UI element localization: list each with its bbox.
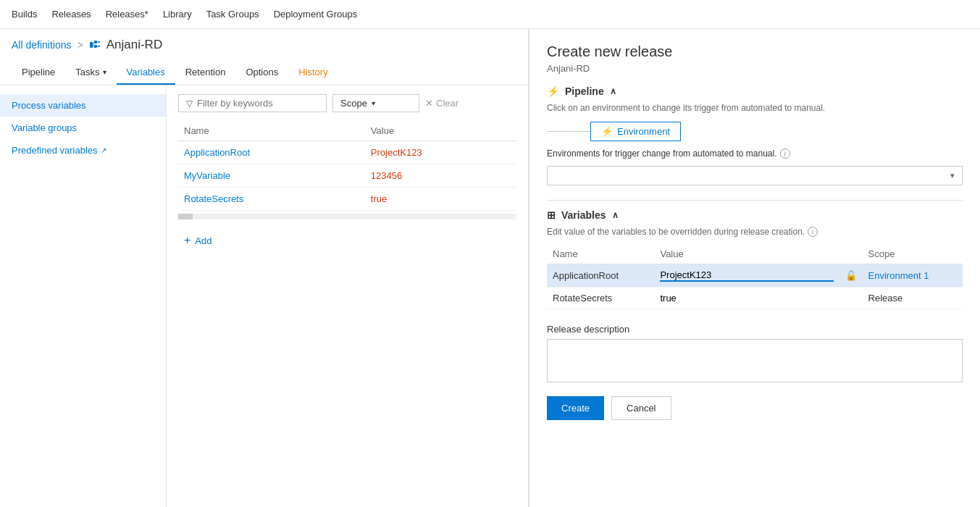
clear-button[interactable]: ✕ Clear bbox=[425, 98, 458, 109]
tab-pipeline[interactable]: Pipeline bbox=[12, 61, 65, 85]
table-row: RotateSecrets true bbox=[178, 188, 516, 211]
predefined-variables-link[interactable]: Predefined variables ↗ bbox=[0, 139, 166, 162]
trigger-dropdown[interactable]: ▾ bbox=[547, 166, 963, 185]
action-buttons: Create Cancel bbox=[547, 396, 963, 420]
nav-library[interactable]: Library bbox=[163, 9, 192, 20]
sidebar-item-variable-groups[interactable]: Variable groups bbox=[0, 117, 166, 139]
variables-info-icon: i bbox=[808, 227, 818, 237]
svg-line-4 bbox=[93, 45, 94, 46]
var-value-2[interactable]: true bbox=[365, 188, 516, 211]
var-name-0[interactable]: ApplicationRoot bbox=[178, 141, 365, 164]
svg-line-3 bbox=[93, 42, 94, 45]
table-row: ApplicationRoot ProjectK123 bbox=[178, 141, 516, 164]
filter-bar: ▽ Scope ▾ ✕ Clear bbox=[178, 94, 516, 112]
rel-var-value-input-0[interactable] bbox=[660, 269, 833, 282]
tab-variables[interactable]: Variables bbox=[117, 61, 175, 85]
filter-input[interactable] bbox=[197, 98, 319, 109]
svg-rect-2 bbox=[94, 45, 97, 48]
release-variables-table: Name Value Scope ApplicationRoot 🔓 Envir… bbox=[547, 244, 963, 309]
trigger-label: Environments for trigger change from aut… bbox=[547, 148, 963, 159]
variables-content: ▽ Scope ▾ ✕ Clear bbox=[167, 85, 528, 507]
nav-releases[interactable]: Releases bbox=[51, 9, 91, 20]
nav-task-groups[interactable]: Task Groups bbox=[206, 9, 259, 20]
variables-icon: ⊞ bbox=[547, 209, 556, 221]
variables-collapse-icon: ∧ bbox=[612, 210, 619, 220]
panel-title: Create new release bbox=[547, 43, 963, 60]
tab-tasks[interactable]: Tasks ▾ bbox=[65, 61, 116, 85]
release-description-section: Release description bbox=[547, 324, 963, 385]
release-description-input[interactable] bbox=[547, 339, 963, 382]
filter-icon: ▽ bbox=[186, 99, 193, 109]
var-value-1[interactable]: 123456 bbox=[365, 164, 516, 188]
horizontal-scrollbar[interactable] bbox=[178, 214, 516, 219]
nav-releases-star[interactable]: Releases* bbox=[106, 9, 148, 20]
release-icon bbox=[89, 39, 101, 51]
scope-chevron-icon: ▾ bbox=[372, 99, 375, 107]
svg-rect-5 bbox=[99, 41, 100, 43]
right-panel: Create new release Anjani-RD ⚡ Pipeline … bbox=[529, 29, 980, 507]
variables-section: ⊞ Variables ∧ Edit value of the variable… bbox=[547, 209, 963, 309]
svg-rect-1 bbox=[94, 41, 97, 43]
pipeline-line bbox=[547, 131, 590, 132]
variables-description: Edit value of the variables to be overri… bbox=[547, 227, 963, 237]
release-definition-icon bbox=[89, 39, 101, 51]
rel-var-row-0: ApplicationRoot 🔓 Environment 1 bbox=[547, 264, 963, 288]
page-title: Anjani-RD bbox=[106, 38, 162, 52]
rel-var-value-input-1[interactable] bbox=[660, 293, 833, 303]
trigger-chevron-icon: ▾ bbox=[950, 171, 955, 180]
sidebar-item-process-variables[interactable]: Process variables bbox=[0, 94, 166, 117]
sub-tabs: Pipeline Tasks ▾ Variables Retention Opt… bbox=[0, 61, 528, 85]
rel-var-lock-0[interactable]: 🔓 bbox=[839, 264, 863, 288]
cancel-button[interactable]: Cancel bbox=[611, 396, 671, 420]
col-value-header: Value bbox=[365, 121, 516, 141]
pipeline-env-row: ⚡ Environment bbox=[547, 122, 963, 141]
panel-subtitle: Anjani-RD bbox=[547, 63, 963, 74]
pipeline-section: ⚡ Pipeline ∧ Click on an environment to … bbox=[547, 85, 963, 185]
tab-retention[interactable]: Retention bbox=[175, 61, 236, 85]
var-name-2[interactable]: RotateSecrets bbox=[178, 188, 365, 211]
nav-deployment-groups[interactable]: Deployment Groups bbox=[274, 9, 358, 20]
external-link-icon: ↗ bbox=[101, 146, 106, 154]
rel-var-value-1[interactable] bbox=[654, 288, 839, 309]
create-button[interactable]: Create bbox=[547, 396, 604, 420]
pipeline-section-header[interactable]: ⚡ Pipeline ∧ bbox=[547, 85, 963, 97]
content-wrapper: Process variables Variable groups Predef… bbox=[0, 85, 528, 507]
var-value-0[interactable]: ProjectK123 bbox=[365, 141, 516, 164]
rel-col-lock-header bbox=[839, 244, 863, 264]
rel-col-scope-header: Scope bbox=[863, 244, 963, 264]
nav-builds[interactable]: Builds bbox=[12, 9, 37, 20]
left-panel: All definitions > Anjani-RD bbox=[0, 29, 529, 507]
col-name-header: Name bbox=[178, 121, 365, 141]
environment-button[interactable]: ⚡ Environment bbox=[590, 122, 681, 141]
lightning-icon: ⚡ bbox=[547, 85, 559, 97]
add-plus-icon: + bbox=[184, 234, 190, 247]
var-name-1[interactable]: MyVariable bbox=[178, 164, 365, 188]
clear-x-icon: ✕ bbox=[425, 98, 433, 109]
all-definitions-link[interactable]: All definitions bbox=[12, 39, 72, 51]
section-divider bbox=[547, 200, 963, 201]
main-area: All definitions > Anjani-RD bbox=[0, 29, 980, 507]
tasks-dropdown-icon: ▾ bbox=[103, 68, 106, 76]
rel-var-name-0: ApplicationRoot bbox=[547, 264, 654, 288]
rel-var-value-0[interactable] bbox=[654, 264, 839, 288]
scope-dropdown[interactable]: Scope ▾ bbox=[332, 94, 419, 112]
rel-col-value-header: Value bbox=[654, 244, 839, 264]
rel-col-name-header: Name bbox=[547, 244, 654, 264]
env-icon: ⚡ bbox=[601, 126, 613, 137]
sidebar: Process variables Variable groups Predef… bbox=[0, 85, 167, 507]
pipeline-description: Click on an environment to change its tr… bbox=[547, 103, 963, 113]
svg-rect-6 bbox=[99, 46, 100, 47]
filter-container: ▽ bbox=[178, 94, 327, 112]
release-description-label: Release description bbox=[547, 324, 963, 335]
scroll-handle[interactable] bbox=[178, 214, 193, 219]
variables-section-header[interactable]: ⊞ Variables ∧ bbox=[547, 209, 963, 221]
rel-var-lock-1[interactable] bbox=[839, 288, 863, 309]
breadcrumb-separator: > bbox=[78, 39, 83, 51]
tab-options[interactable]: Options bbox=[235, 61, 288, 85]
breadcrumb: All definitions > Anjani-RD bbox=[0, 29, 528, 61]
add-variable-button[interactable]: + Add bbox=[178, 228, 516, 253]
tab-history[interactable]: History bbox=[288, 61, 338, 85]
rel-var-scope-0: Environment 1 bbox=[863, 264, 963, 288]
rel-var-row-1: RotateSecrets Release bbox=[547, 288, 963, 309]
trigger-info-icon: i bbox=[780, 148, 790, 159]
